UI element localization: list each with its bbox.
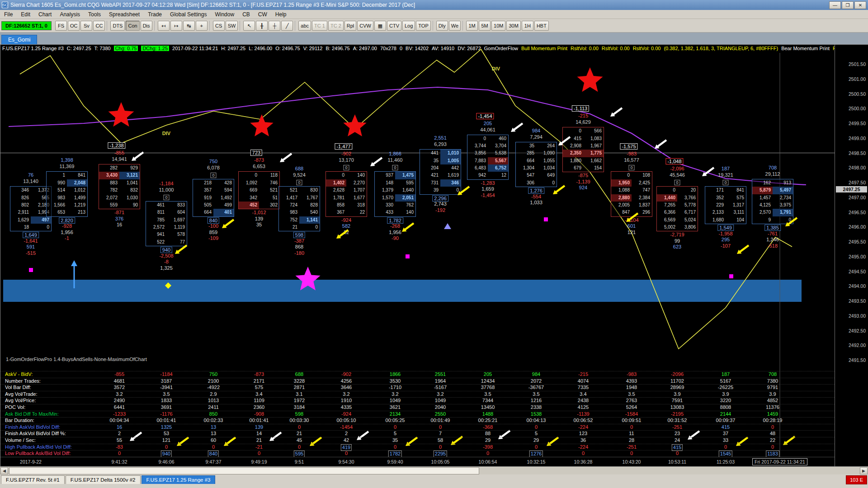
footprint-cell: 1,7811,677 [326, 194, 367, 202]
toolbar-button-cvw[interactable]: CVW [357, 21, 373, 31]
chart-tab-es-gomi[interactable]: Es_Gomi [1, 35, 37, 44]
toolbar-button-we[interactable]: We [449, 21, 461, 31]
table-cell: 3.5 [533, 391, 539, 398]
time-axis-label: 10:53:11 [668, 459, 686, 465]
table-cell: 5167 [720, 378, 731, 385]
toolbar-button-10m[interactable]: 10M [491, 21, 505, 31]
ask-volume: 6,717 [677, 209, 698, 216]
crosshair-tool-icon[interactable]: ╂ [256, 21, 268, 31]
maximize-button[interactable]: ❐ [842, 1, 854, 9]
toolbar-button-sw[interactable]: SW [226, 21, 238, 31]
table-cell: 3.5 [484, 391, 491, 398]
price-axis-label: 2500.50 [849, 91, 866, 97]
bar-volume-label: 11,460 [388, 157, 403, 163]
ask-volume: 762 [395, 202, 415, 209]
time-axis-label: 11:25:03 [717, 459, 735, 465]
menu-item-window[interactable]: Window [211, 10, 238, 19]
horizontal-scrollbar[interactable]: ◀ ▶ [0, 466, 868, 474]
chartbook-tab-3[interactable]: F.US.EPZ17 1.25 Range #3 [142, 475, 216, 484]
ask-volume: 841 [726, 187, 746, 194]
chartbook-tab-2[interactable]: F.US.EPZ17 Delta 1500v #2 [66, 475, 141, 484]
table-cell: 575 [255, 385, 263, 391]
ask-volume: 1,967 [583, 142, 604, 150]
bar-below-label: 1,649 [23, 232, 39, 238]
toolbar-button-dis[interactable]: Dis [141, 21, 152, 31]
toolbar-button-top[interactable]: TOP [416, 21, 430, 31]
time-axis-label: 9:47:37 [205, 459, 221, 465]
bar-below-label: -1,104 [624, 217, 638, 223]
bid-volume: 35 [516, 142, 536, 150]
toolbar-button-tc-1[interactable]: TC 1 [312, 21, 327, 31]
trendline-tool-icon[interactable]: ╱ [281, 21, 293, 31]
bid-volume: 171 [705, 187, 726, 194]
pointer-tool-icon[interactable]: ↖ [243, 21, 255, 31]
text-tool-icon[interactable]: abc [298, 21, 311, 31]
grid-icon[interactable]: ▦ [374, 21, 386, 31]
table-cell: 1488 [482, 411, 493, 418]
toolbar-button-fs[interactable]: FS [55, 21, 67, 31]
menu-item-chart[interactable]: Chart [34, 10, 56, 19]
ask-volume: 521 [259, 187, 279, 194]
bar-delta-label: 984 [532, 128, 540, 133]
table-cell: 598 [295, 411, 303, 418]
menu-item-global-settings[interactable]: Global Settings [166, 10, 211, 19]
toolbar-button-sv[interactable]: Sv [80, 21, 92, 31]
menu-item-help[interactable]: Help [271, 10, 291, 19]
toolbar-button-dly[interactable]: Dly [436, 21, 448, 31]
bar-spacing-decrease-icon[interactable]: ↤ [158, 21, 170, 31]
menu-item-edit[interactable]: Edit [17, 10, 34, 19]
toolbar-button-cc[interactable]: CC [93, 21, 105, 31]
table-row-label: Finish AskVol BidVol Diff: [5, 424, 60, 431]
toolbar-button-1m[interactable]: 1M [466, 21, 478, 31]
close-button[interactable]: ✕ [854, 1, 866, 9]
bar-delta-label: -902 [341, 151, 351, 156]
table-cell: 2134 [390, 411, 401, 418]
menu-item-cw[interactable]: CW [254, 10, 271, 19]
bar-spacing-increase-icon[interactable]: ↦ [170, 21, 182, 31]
zoom-tool-icon[interactable]: + [196, 21, 208, 31]
bar-width-icon[interactable]: ↹ [183, 21, 195, 31]
bar-below-label: -1,012 [252, 210, 266, 215]
chartbook-tab-1[interactable]: F.US.EPZT7 Rev. 5t #1 [1, 475, 65, 484]
menu-item-file[interactable]: File [0, 10, 17, 19]
toolbar-button-5m[interactable]: 5M [479, 21, 491, 31]
footprint-cell: 180 [10, 224, 51, 231]
menu-item-tools[interactable]: Tools [84, 10, 105, 19]
menu-item-analysis[interactable]: Analysis [56, 10, 84, 19]
scrollbar-thumb[interactable] [9, 467, 479, 474]
toolbar-button-ctv[interactable]: CTV [387, 21, 401, 31]
scroll-left-icon[interactable]: ◀ [0, 467, 8, 474]
menu-item-spreadsheet[interactable]: Spreadsheet [105, 10, 144, 19]
ask-volume: 318 [346, 202, 367, 209]
footprint-cell: 2851,090 [516, 150, 557, 157]
bid-volume: 1,417 [279, 194, 299, 202]
footprint-cell: 5,0023,806 [657, 224, 698, 231]
table-row-label: AskV - BidV: [5, 371, 33, 378]
toolbar-button-log[interactable]: Log [402, 21, 415, 31]
toolbar-button-con[interactable]: Con [126, 21, 139, 31]
toolbar-separator [107, 21, 108, 31]
toolbar-button-tc-2[interactable]: TC 2 [328, 21, 344, 31]
bar-below-label: -2,719 [670, 232, 684, 237]
toolbar-button-rpl[interactable]: Rpl [344, 21, 357, 31]
minimize-button[interactable]: — [829, 1, 841, 9]
table-row: POC Vol:64413691241123603184433536212040… [0, 404, 835, 411]
footprint-bar: 01081,9502,4251,0887472,8802,3842,0051,8… [611, 171, 652, 216]
price-axis[interactable]: 2501.502501.002500.502500.002499.502499.… [835, 45, 868, 467]
menu-item-trade[interactable]: Trade [144, 10, 166, 19]
toolbar-button-dts[interactable]: DTS [110, 21, 125, 31]
toolbar-button-hbt[interactable]: HBT [534, 21, 549, 31]
table-cell: 00:31:52 [668, 418, 687, 424]
ask-volume: 140 [395, 209, 415, 216]
toolbar-button-30m[interactable]: 30M [506, 21, 520, 31]
footprint-cell: 2,0051,837 [611, 202, 652, 209]
toolbar-button-oc[interactable]: OC [68, 21, 80, 31]
toolbar-button-cs[interactable]: CS [213, 21, 225, 31]
menu-item-cb[interactable]: CB [238, 10, 254, 19]
price-axis-label: 2499.00 [849, 136, 866, 141]
horizontal-line-tool-icon[interactable]: ┼ [269, 21, 280, 31]
toolbar-button-1h[interactable]: 1H [522, 21, 533, 31]
price-axis-label: 2500.00 [849, 106, 866, 111]
table-row: Avg Vol/Trade:3.23.52.93.43.13.23.23.23.… [0, 391, 835, 398]
scroll-right-icon[interactable]: ▶ [860, 467, 868, 474]
